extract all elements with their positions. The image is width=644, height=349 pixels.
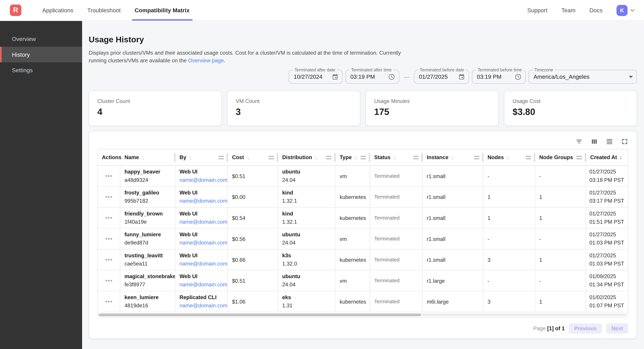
status-badge: Terminated [374, 257, 418, 263]
column-separator[interactable] [174, 153, 175, 162]
main-content: Usage History Displays prior clusters/VM… [82, 21, 644, 349]
actions-cell [98, 229, 120, 249]
scrollbar-thumb[interactable] [98, 314, 421, 316]
more-options-icon[interactable] [104, 236, 114, 242]
table-row: funny_lumiere de9ed87d Web UI name@domai… [98, 229, 628, 250]
timezone-select[interactable]: Timezone America/Los_Angeles [529, 70, 637, 84]
next-page-button[interactable]: Next [606, 323, 628, 334]
avatar[interactable]: K [616, 5, 628, 16]
sidebar-item-overview[interactable]: Overview [0, 31, 82, 47]
nav-item-troubleshoot[interactable]: Troubleshoot [80, 0, 128, 20]
column-header-distribution[interactable]: Distribution ↑↓ [278, 149, 336, 165]
column-separator[interactable] [534, 153, 535, 162]
column-header-name[interactable]: Name ↑↓ [120, 149, 175, 165]
calendar-icon[interactable] [332, 73, 338, 80]
distribution-version: 24.04 [282, 281, 331, 289]
sidebar-item-settings[interactable]: Settings [0, 62, 82, 78]
terminated-after-time-field[interactable]: Terminated after time 03:19 PM [346, 70, 399, 84]
column-label: Actions [102, 154, 122, 160]
column-separator[interactable] [422, 153, 423, 162]
columns-icon[interactable] [591, 138, 598, 145]
overview-page-link[interactable]: Overview page [188, 57, 224, 63]
column-menu-icon[interactable] [526, 156, 531, 159]
created-by-email-link[interactable]: name@domain.com [180, 176, 224, 184]
clock-icon[interactable] [388, 73, 395, 80]
by-cell: Web UI name@domain.com [175, 229, 228, 249]
more-options-icon[interactable] [104, 299, 114, 305]
primary-nav: Applications Troubleshoot Compatibility … [36, 0, 196, 20]
name-cell: trusting_leavitt cae5ea11 [120, 250, 175, 270]
dropdown-caret-icon [629, 76, 633, 78]
cluster-id: a48d9324 [124, 176, 171, 184]
column-menu-icon[interactable] [326, 156, 332, 159]
column-header-instance[interactable]: Instance ↑↓ [423, 149, 484, 165]
terminated-after-date-field[interactable]: Terminated after date 10/27/2024 [289, 70, 342, 84]
column-menu-icon[interactable] [269, 156, 274, 159]
column-header-node-groups[interactable]: Node Groups ↑↓ [535, 149, 586, 165]
calendar-icon[interactable] [458, 73, 465, 80]
app-root: R Applications Troubleshoot Compatibilit… [0, 0, 644, 349]
created-date: 01/02/2025 [589, 293, 625, 302]
filter-icon[interactable] [576, 138, 583, 145]
created-by-email-link[interactable]: name@domain.com [180, 218, 224, 226]
more-options-icon[interactable] [104, 173, 114, 179]
more-options-icon[interactable] [104, 278, 114, 284]
cluster-name: happy_beaver [124, 168, 171, 176]
nav-link-docs[interactable]: Docs [590, 7, 603, 13]
cost-cell: $0.51 [228, 166, 278, 186]
clock-icon[interactable] [514, 73, 522, 80]
instance-value: r1.small [427, 257, 479, 263]
more-options-icon[interactable] [104, 194, 114, 200]
status-cell: Terminated [370, 166, 423, 186]
created-by-email-link[interactable]: name@domain.com [180, 197, 224, 205]
column-menu-icon[interactable] [474, 156, 479, 159]
nav-link-support[interactable]: Support [527, 7, 548, 13]
column-menu-icon[interactable] [218, 156, 224, 159]
page-word: Page [533, 326, 546, 332]
created-by-source: Web UI [180, 189, 224, 197]
instance-value: r1.small [427, 173, 479, 179]
nodes-cell: 3 [483, 291, 535, 312]
column-header-created-at[interactable]: Created At ↓ [586, 149, 628, 165]
replicated-logo[interactable]: R [10, 4, 21, 16]
node-groups-cell: - [535, 271, 586, 291]
created-by-email-link[interactable]: name@domain.com [180, 302, 224, 310]
created-by-email-link[interactable]: name@domain.com [180, 281, 224, 289]
terminated-before-time-field[interactable]: Terminated before time 03:19 PM [472, 70, 526, 84]
more-options-icon[interactable] [104, 215, 114, 221]
more-options-icon[interactable] [104, 257, 114, 263]
column-header-type[interactable]: Type ↑↓ [336, 149, 370, 165]
column-separator[interactable] [585, 153, 586, 162]
created-by-email-link[interactable]: name@domain.com [180, 260, 224, 268]
column-header-by[interactable]: By ↑↓ [175, 149, 228, 165]
cost-value: $0.54 [232, 215, 274, 221]
column-menu-icon[interactable] [361, 156, 366, 159]
previous-page-button[interactable]: Previous [569, 323, 602, 334]
nav-link-team[interactable]: Team [562, 7, 576, 13]
sidebar-item-history[interactable]: History [0, 47, 82, 62]
column-separator[interactable] [334, 153, 336, 162]
column-separator[interactable] [369, 153, 370, 162]
column-menu-icon[interactable] [577, 156, 582, 159]
fullscreen-icon[interactable] [621, 138, 628, 145]
by-cell: Web UI name@domain.com [175, 166, 228, 186]
node-groups-cell: 1 [535, 291, 586, 312]
column-separator[interactable] [482, 153, 483, 162]
column-header-cost[interactable]: Cost ↑↓ [228, 149, 278, 165]
column-separator[interactable] [277, 153, 278, 162]
distribution-cell: ubuntu 24.04 [278, 271, 336, 291]
density-icon[interactable] [606, 138, 613, 145]
nav-item-compatibility-matrix[interactable]: Compatibility Matrix [128, 0, 196, 20]
column-menu-icon[interactable] [413, 156, 418, 159]
cost-cell: $0.54 [228, 208, 278, 228]
column-header-nodes[interactable]: Nodes ↑↓ [483, 149, 535, 165]
column-header-status[interactable]: Status ↑↓ [370, 149, 423, 165]
account-menu[interactable]: K [616, 5, 636, 16]
nav-item-applications[interactable]: Applications [36, 0, 80, 20]
created-by-source: Web UI [180, 168, 224, 176]
scrollbar-track[interactable] [98, 314, 627, 316]
created-by-email-link[interactable]: name@domain.com [180, 239, 224, 247]
column-separator[interactable] [227, 153, 228, 162]
terminated-before-date-field[interactable]: Terminated before date 01/27/2025 [414, 70, 469, 84]
created-at-cell: 01/27/2025 01:51 PM PST [586, 208, 628, 228]
